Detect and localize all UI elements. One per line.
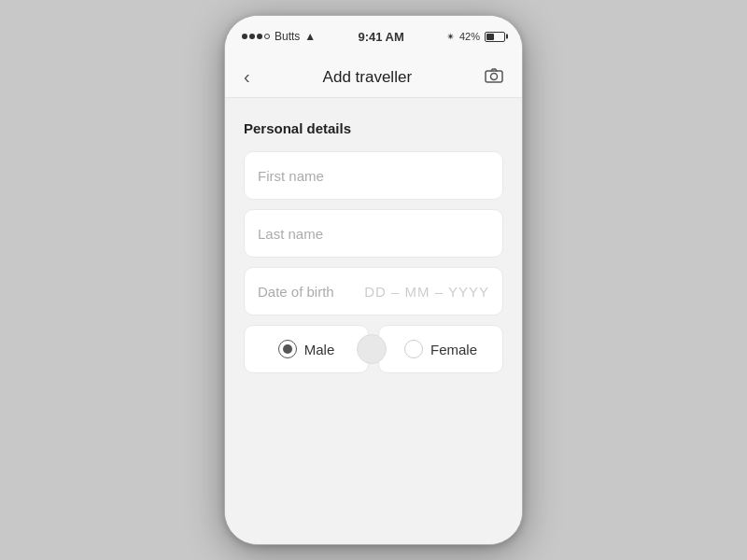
back-button[interactable]: ‹ [240,63,254,91]
signal-dot-3 [257,34,262,39]
last-name-input[interactable] [258,226,489,242]
status-bar-right: ✴ 42% [446,31,505,43]
male-label: Male [304,342,335,357]
status-bar-left: Butts ▲ [242,30,316,43]
dob-placeholder: DD – MM – YYYY [364,284,489,300]
gender-female-option[interactable]: Female [378,325,503,373]
male-radio-inner [283,344,292,354]
gender-male-option[interactable]: Male [244,325,369,373]
battery-icon [485,32,505,42]
first-name-field[interactable] [244,151,503,200]
gender-row: Male Female [244,325,503,373]
signal-dots [242,34,270,39]
gender-drag-handle[interactable] [357,334,387,364]
content-area: Personal details Date of birth DD – MM –… [225,98,522,544]
bluetooth-icon: ✴ [446,31,455,43]
wifi-icon: ▲ [304,30,316,43]
female-radio-circle [404,340,423,358]
battery-fill [486,34,494,40]
nav-title: Add traveller [323,68,412,87]
dob-field[interactable]: Date of birth DD – MM – YYYY [244,267,503,315]
status-bar: Butts ▲ 9:41 AM ✴ 42% [225,16,522,57]
svg-point-1 [490,73,497,79]
camera-button[interactable] [481,64,507,91]
nav-bar: ‹ Add traveller [225,57,522,98]
battery-percent: 42% [459,31,480,42]
phone-frame: Butts ▲ 9:41 AM ✴ 42% ‹ Add traveller Pe… [224,15,523,545]
signal-dot-1 [242,34,247,39]
carrier-label: Butts [275,30,300,43]
last-name-field[interactable] [244,209,503,258]
status-bar-time: 9:41 AM [358,30,403,44]
female-label: Female [430,342,477,357]
signal-dot-4 [264,34,270,39]
dob-label: Date of birth [258,284,334,300]
section-title: Personal details [244,120,503,136]
signal-dot-2 [249,34,255,39]
first-name-input[interactable] [258,168,489,184]
male-radio-circle [278,340,297,358]
